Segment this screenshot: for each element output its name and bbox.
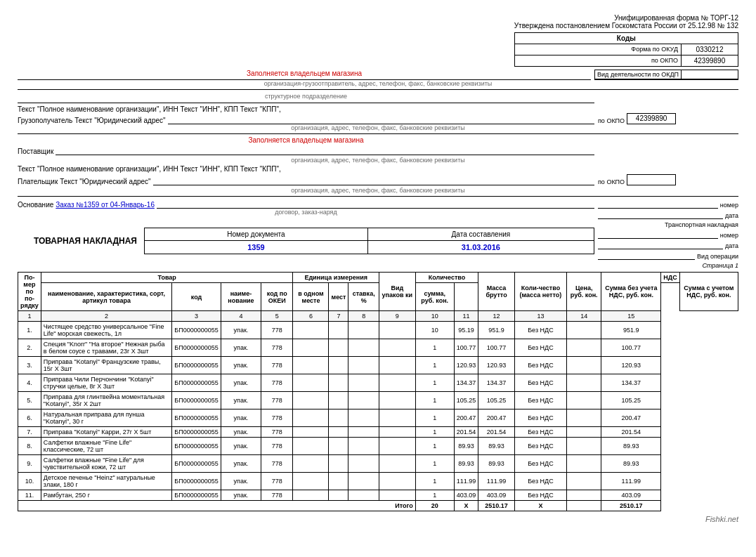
cell-massa xyxy=(379,357,415,374)
gruzopol-section: Текст "Полное наименование организации",… xyxy=(18,105,738,131)
cell-qty1 xyxy=(329,409,348,427)
col-num-6: 6 xyxy=(293,311,329,322)
postavshik-field xyxy=(56,145,594,155)
cell-tsena: 89.93 xyxy=(454,438,478,455)
data2-row: дата xyxy=(598,240,738,249)
cell-tsena: 89.93 xyxy=(454,455,478,473)
th-nds-stavka: ставка, % xyxy=(348,283,379,311)
nomer-doc-val: 1359 xyxy=(145,240,368,254)
cell-massa xyxy=(379,438,415,455)
cell-total: 111.99 xyxy=(601,473,661,490)
gruzootpr-label: организация-грузоотправитель, адрес, тел… xyxy=(18,80,738,87)
page-number: Страница 1 xyxy=(18,262,738,269)
cell-name: Приправа Чили Перчончини "Kotanyi" струч… xyxy=(41,374,172,392)
cell-qty1 xyxy=(329,392,348,409)
itogo-kol: 20 xyxy=(415,501,454,511)
cell-num: 2. xyxy=(18,339,41,357)
form-title: Унифицированная форма № ТОРГ-12 xyxy=(614,14,738,22)
cell-summa: 951.9 xyxy=(478,322,514,339)
cell-total: 403.09 xyxy=(601,490,661,501)
doc-header-row: Номер документа Дата составления xyxy=(145,228,594,240)
cell-kod: БП0000000055 xyxy=(172,409,221,427)
data-row: дата xyxy=(598,209,738,219)
cell-tsena: 95.19 xyxy=(454,322,478,339)
osnovanie-right: номер дата xyxy=(598,199,738,219)
cell-nds: Без НДС xyxy=(514,374,566,392)
th-okei: код по ОКЕИ xyxy=(261,283,293,311)
transport-label: Транспортная накладная xyxy=(598,221,738,228)
cell-nds: Без НДС xyxy=(514,455,566,473)
cell-nds-sum xyxy=(567,455,601,473)
data-field xyxy=(598,209,723,219)
cell-tsena: 120.93 xyxy=(454,357,478,374)
th-nds-summa: сумма, руб. кон. xyxy=(415,283,454,311)
cell-kod: БП0000000055 xyxy=(172,473,221,490)
gruzopol-row: Грузополучатель Текст "Юридический адрес… xyxy=(18,113,738,124)
cell-total: 105.25 xyxy=(601,392,661,409)
cell-summa: 200.47 xyxy=(478,409,514,427)
cell-nds-sum xyxy=(567,490,601,501)
th-qty-mest: мест xyxy=(329,283,348,311)
cell-massa xyxy=(379,374,415,392)
cell-nds: Без НДС xyxy=(514,490,566,501)
cell-nds: Без НДС xyxy=(514,409,566,427)
cell-kod: БП0000000055 xyxy=(172,490,221,501)
cell-nds: Без НДС xyxy=(514,438,566,455)
okpo-label: по ОКПО xyxy=(515,55,682,66)
gruzopol-val: Текст "Юридический адрес" xyxy=(74,117,165,124)
cell-kol: 1 xyxy=(415,409,454,427)
col-num-5: 5 xyxy=(261,311,293,322)
cell-kol: 1 xyxy=(415,427,454,438)
cell-kol: 1 xyxy=(415,339,454,357)
cell-tsena: 403.09 xyxy=(454,490,478,501)
cell-tsena: 111.99 xyxy=(454,473,478,490)
cell-vid xyxy=(293,409,329,427)
cell-qty1 xyxy=(329,455,348,473)
cell-vid xyxy=(293,357,329,374)
org-full2-line: Текст "Полное наименование организации",… xyxy=(18,165,738,173)
owner-field: Заполняется владельцем магазина xyxy=(18,70,591,80)
vid-row: Вид деятельности по ОКДП xyxy=(595,70,738,79)
cell-name: Приправа "Kotanyi" Карри, 27г Х 5шт xyxy=(41,427,172,438)
cell-vid xyxy=(293,427,329,438)
nomer2-row: номер xyxy=(598,229,738,239)
okpo2-label: по ОКПО xyxy=(598,117,625,124)
col-num-10: 10 xyxy=(415,311,454,322)
cell-total: 120.93 xyxy=(601,357,661,374)
separator1 xyxy=(18,89,738,90)
cell-okei: 778 xyxy=(261,339,293,357)
table-row: 10. Детское печенье "Heinz" натуральные … xyxy=(18,473,738,490)
cell-vid xyxy=(293,438,329,455)
cell-tsena: 105.25 xyxy=(454,392,478,409)
cell-naim: упак. xyxy=(221,455,261,473)
table-row: 7. Приправа "Kotanyi" Карри, 27г Х 5шт Б… xyxy=(18,427,738,438)
struct-field: структурное подразделение xyxy=(18,92,594,103)
cell-qty2 xyxy=(348,473,379,490)
cell-name: Салфетки влажные "Fine Life" классически… xyxy=(41,438,172,455)
cell-vid xyxy=(293,473,329,490)
cell-qty2 xyxy=(348,490,379,501)
cell-name: Натуральная приправа для пунша "Kotanyi"… xyxy=(41,409,172,427)
cell-naim: упак. xyxy=(221,409,261,427)
cell-nds-sum xyxy=(567,374,601,392)
cell-qty1 xyxy=(329,473,348,490)
org-addr-label: организация, адрес, телефон, факс, банко… xyxy=(18,124,738,131)
cell-name: Специя "Knorr" "На второе" Нежная рыба в… xyxy=(41,339,172,357)
data-sost-header: Дата составления xyxy=(367,228,594,240)
owner-label: Заполняется владельцем магазина xyxy=(18,70,591,77)
cell-qty1 xyxy=(329,357,348,374)
struct-row: структурное подразделение xyxy=(18,92,738,103)
cell-nds-sum xyxy=(567,322,601,339)
cell-nds-sum xyxy=(567,409,601,427)
owner-section: Заполняется владельцем магазина Вид деят… xyxy=(18,70,738,80)
cell-massa xyxy=(379,322,415,339)
nomer-row: номер xyxy=(598,199,738,209)
cell-massa xyxy=(379,409,415,427)
itogo-nds: X xyxy=(514,501,566,511)
th-kod: код xyxy=(172,283,221,311)
th-kol-netto: Коли-чество (масса нетто) xyxy=(514,273,566,311)
form-subtitle: Утверждена постановлением Госкомстата Ро… xyxy=(514,22,738,30)
table-row: 8. Салфетки влажные "Fine Life" классиче… xyxy=(18,438,738,455)
table-col-numbers: 1 2 3 4 5 6 7 8 9 10 11 12 13 14 15 xyxy=(18,311,738,322)
th-naim: наиме-нование xyxy=(221,283,261,311)
